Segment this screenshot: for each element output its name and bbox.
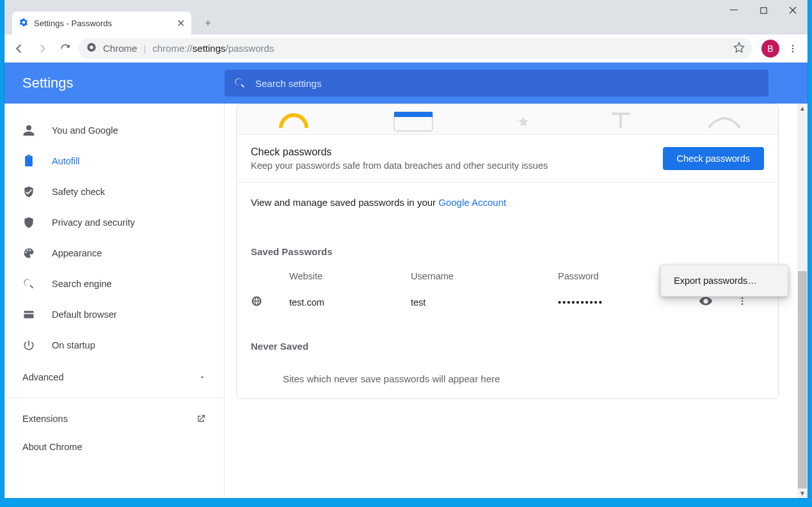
app-title: Settings (22, 75, 225, 91)
sidebar-item-privacy-and-security[interactable]: Privacy and security (4, 207, 224, 238)
omnibox-url: chrome://settings/passwords (152, 43, 274, 54)
clipboard-icon (22, 155, 35, 168)
settings-sidebar: You and Google Autofill Safety check Pri… (4, 104, 225, 498)
export-passwords-menu: Export passwords… (660, 265, 788, 297)
search-icon (22, 277, 35, 290)
passwords-card: Check passwords Keep your passwords safe… (236, 104, 779, 399)
sidebar-item-search-engine[interactable]: Search engine (4, 269, 224, 299)
svg-point-12 (742, 300, 744, 302)
browser-toolbar: Chrome | chrome://settings/passwords B (4, 35, 808, 63)
search-settings[interactable] (225, 70, 768, 97)
person-icon (22, 124, 35, 137)
app-header: Settings (4, 63, 808, 104)
minimize-button[interactable] (719, 0, 749, 20)
power-icon (22, 339, 35, 352)
chevron-down-icon (198, 373, 206, 381)
sidebar-extensions[interactable]: Extensions (4, 405, 224, 433)
titlebar: Settings - Passwords ✕ (4, 0, 808, 35)
col-username: Username (411, 271, 558, 281)
never-saved-empty-text: Sites which never save passwords will ap… (237, 359, 778, 398)
row-options-button[interactable] (737, 296, 763, 308)
sidebar-advanced-toggle[interactable]: Advanced (4, 361, 224, 394)
sidebar-item-on-startup[interactable]: On startup (4, 330, 224, 361)
sidebar-item-you-and-google[interactable]: You and Google (4, 115, 224, 146)
check-passwords-subtitle: Keep your passwords safe from data breac… (251, 160, 548, 171)
row-website[interactable]: test.com (289, 297, 411, 308)
search-settings-input[interactable] (255, 78, 760, 89)
tab-title: Settings - Passwords (34, 19, 112, 28)
svg-point-6 (792, 51, 794, 52)
row-username: test (411, 297, 558, 308)
never-saved-title: Never Saved (237, 316, 778, 359)
gear-icon (19, 17, 29, 29)
new-tab-button[interactable] (199, 14, 217, 32)
globe-icon (251, 295, 289, 309)
profile-avatar[interactable]: B (761, 40, 779, 58)
svg-rect-1 (760, 7, 766, 13)
svg-point-4 (792, 45, 794, 47)
export-passwords-item[interactable]: Export passwords… (661, 268, 788, 293)
omnibox-divider: | (143, 43, 146, 54)
sidebar-item-safety-check[interactable]: Safety check (4, 176, 224, 207)
close-window-button[interactable] (778, 0, 808, 20)
svg-point-11 (742, 297, 744, 299)
address-bar[interactable]: Chrome | chrome://settings/passwords (79, 38, 752, 59)
check-passwords-button[interactable]: Check passwords (663, 147, 764, 170)
browser-tab[interactable]: Settings - Passwords ✕ (12, 12, 191, 35)
search-icon (234, 77, 246, 90)
shield-icon (22, 216, 35, 229)
svg-point-5 (792, 47, 794, 49)
sidebar-item-appearance[interactable]: Appearance (4, 238, 224, 269)
svg-rect-0 (730, 10, 738, 10)
browser-menu-button[interactable] (783, 43, 802, 54)
browser-icon (22, 308, 35, 321)
svg-point-3 (90, 45, 93, 49)
forward-button[interactable] (33, 39, 52, 58)
google-account-link[interactable]: Google Account (438, 197, 506, 208)
scroll-up-icon[interactable]: ▲ (799, 104, 806, 113)
sidebar-item-default-browser[interactable]: Default browser (4, 299, 224, 330)
row-password-masked: •••••••••• (558, 297, 699, 308)
window-controls (719, 0, 808, 20)
check-passwords-title: Check passwords (251, 146, 548, 158)
bookmark-star-icon[interactable] (733, 42, 745, 55)
check-passwords-row: Check passwords Keep your passwords safe… (237, 135, 778, 183)
scroll-down-icon[interactable]: ▼ (799, 488, 806, 498)
shield-check-icon (22, 185, 35, 198)
sidebar-divider (4, 398, 224, 398)
hero-illustration (237, 104, 778, 135)
scrollbar[interactable]: ▲ ▼ (797, 104, 808, 498)
palette-icon (22, 247, 35, 260)
chrome-logo-icon (86, 42, 97, 54)
sidebar-item-autofill[interactable]: Autofill (4, 146, 224, 176)
scroll-thumb[interactable] (798, 271, 807, 488)
col-website: Website (289, 271, 411, 281)
svg-point-13 (742, 303, 744, 305)
manage-passwords-text: View and manage saved passwords in your … (237, 183, 778, 222)
settings-app: Settings You and Google Autofill Safety … (4, 63, 808, 498)
app-body: You and Google Autofill Safety check Pri… (4, 104, 808, 498)
omnibox-title: Chrome (103, 43, 137, 54)
sidebar-about-chrome[interactable]: About Chrome (4, 433, 224, 461)
reload-button[interactable] (56, 39, 75, 58)
svg-rect-8 (394, 112, 433, 117)
back-button[interactable] (10, 39, 29, 58)
svg-rect-9 (619, 115, 622, 128)
browser-window: Settings - Passwords ✕ Chrome | chrome:/… (4, 0, 808, 498)
saved-passwords-title: Saved Passwords (237, 222, 778, 265)
close-tab-icon[interactable]: ✕ (177, 17, 185, 29)
maximize-button[interactable] (749, 0, 778, 20)
settings-main: Check passwords Keep your passwords safe… (225, 104, 808, 498)
open-in-new-icon (196, 414, 206, 424)
svg-rect-10 (612, 113, 630, 115)
